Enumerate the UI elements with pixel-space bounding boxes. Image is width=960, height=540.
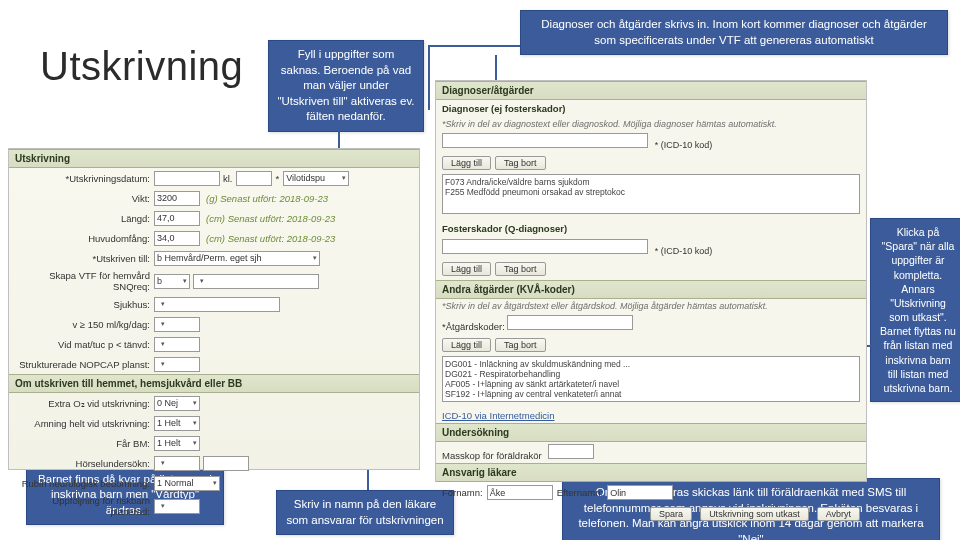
page-title: Utskrivning — [40, 44, 243, 89]
select-extra-o2[interactable]: 0 Nej — [154, 396, 200, 411]
lagg-till-btn-1[interactable]: Lägg till — [442, 156, 491, 170]
label-sjukhus: Sjukhus: — [15, 299, 154, 310]
andra-note: *Skriv in del av åtgärdstext eller åtgär… — [436, 299, 866, 313]
atgard-lbl: *Åtgärdskoder: — [442, 321, 505, 332]
diag-note: *Skriv in del av diagnostext eller diagn… — [436, 117, 866, 131]
label-vidmat: Vid mat/tuc p < tänvd: — [15, 339, 154, 350]
select-far-bm[interactable]: 1 Helt — [154, 436, 200, 451]
select-uppf[interactable] — [154, 499, 200, 514]
label-utsk-datum: *Utskrivningsdatum: — [15, 173, 154, 184]
lagg-till-btn-3[interactable]: Lägg till — [442, 338, 491, 352]
tag-bort-btn-1[interactable]: Tag bort — [495, 156, 546, 170]
select-skapa-vtf[interactable]: b — [154, 274, 190, 289]
input-diagnos[interactable] — [442, 133, 648, 148]
label-extra-o2: Extra O₂ vid utskrivning: — [15, 398, 154, 409]
icd10-link[interactable]: ICD-10 via Internetmedicin — [436, 408, 866, 423]
utskrivning-form-panel: Utskrivning *Utskrivningsdatum: kl. * Vi… — [8, 148, 420, 470]
select-utskriven[interactable]: b Hemvård/Perm. eget sjh — [154, 251, 320, 266]
avbryt-button[interactable]: Avbryt — [817, 507, 860, 521]
diag-ej-foster-header: Diagnoser (ej fosterskador) — [436, 100, 866, 117]
label-nopcap: Strukturerade NOPCAP planst: — [15, 359, 154, 370]
input-foster[interactable] — [442, 239, 648, 254]
note-vikt: (g) Senast utfört: 2018-09-23 — [206, 193, 328, 204]
input-horsel-date[interactable] — [203, 456, 249, 471]
efternamn-lbl: Efternamn: — [557, 487, 603, 498]
label-kl: kl. — [223, 173, 233, 184]
input-vikt[interactable]: 3200 — [154, 191, 200, 206]
label-rubin: Rubin neurologisk bedömning: — [15, 478, 154, 489]
fornamn-lbl: Förnamn: — [442, 487, 483, 498]
select-vidmat[interactable] — [154, 337, 200, 352]
input-utsk-time[interactable] — [236, 171, 272, 186]
utkast-button[interactable]: Utskrivning som utkast — [700, 507, 809, 521]
label-huvud: Huvudomfång: — [15, 233, 154, 244]
icd-kod-label-2: * (ICD-10 kod) — [655, 246, 713, 256]
right-header: Diagnoser/åtgärder — [436, 81, 866, 100]
dropdown-vilotid[interactable]: Vilotidspu — [283, 171, 349, 186]
icd-kod-label: * (ICD-10 kod) — [655, 140, 713, 150]
label-vikt: Vikt: — [15, 193, 154, 204]
select-inskr-orsak[interactable] — [193, 274, 319, 289]
input-fornamn[interactable]: Åke — [487, 485, 553, 500]
note-huvud: (cm) Senast utfört: 2018-09-23 — [206, 233, 335, 244]
left-sub-header: Om utskriven till hemmet, hemsjukvård el… — [9, 374, 419, 393]
tag-bort-btn-3[interactable]: Tag bort — [495, 338, 546, 352]
select-horsel[interactable] — [154, 456, 200, 471]
label-langd: Längd: — [15, 213, 154, 224]
callout-right-side: Klicka på "Spara" när alla uppgifter är … — [870, 218, 960, 402]
input-efternamn[interactable]: Olin — [607, 485, 673, 500]
input-utsk-datum[interactable] — [154, 171, 220, 186]
masskop-lbl: Masskop för föräldrakör — [442, 450, 542, 461]
label-amning: Amning helt vid utskrivning: — [15, 418, 154, 429]
callout-center: Fyll i uppgifter som saknas. Beroende på… — [268, 40, 424, 132]
input-huvud[interactable]: 34,0 — [154, 231, 200, 246]
label-uppf: Uppföljning för riskbarn planerad: — [15, 495, 154, 517]
tag-bort-btn-2[interactable]: Tag bort — [495, 262, 546, 276]
callout-top-right: Diagnoser och åtgärder skrivs in. Inom k… — [520, 10, 948, 55]
diagnoser-panel: Diagnoser/åtgärder Diagnoser (ej fosters… — [435, 80, 867, 482]
select-v150[interactable] — [154, 317, 200, 332]
label-skapa: Skapa VTF för hemvård SNQreq: — [15, 270, 154, 292]
select-masskop[interactable] — [548, 444, 594, 459]
select-sjukhus[interactable] — [154, 297, 280, 312]
label-v150: v ≥ 150 ml/kg/dag: — [15, 319, 154, 330]
diagnos-list-1[interactable]: F073 Andra/icke/väldre barns sjukdom F25… — [442, 174, 860, 214]
note-langd: (cm) Senast utfört: 2018-09-23 — [206, 213, 335, 224]
input-langd[interactable]: 47,0 — [154, 211, 200, 226]
label-utskriven: *Utskriven till: — [15, 253, 154, 264]
atgard-list[interactable]: DG001 - Inläckning av skuldmuskändning m… — [442, 356, 860, 402]
select-nopcap[interactable] — [154, 357, 200, 372]
lagg-till-btn-2[interactable]: Lägg till — [442, 262, 491, 276]
andra-atgarder-header: Andra åtgärder (KVÅ-koder) — [436, 280, 866, 299]
foster-header: Fosterskador (Q-diagnoser) — [436, 220, 866, 237]
select-amning[interactable]: 1 Helt — [154, 416, 200, 431]
spara-button[interactable]: Spara — [650, 507, 692, 521]
label-far-bm: Får BM: — [15, 438, 154, 449]
input-atgard[interactable] — [507, 315, 633, 330]
label-horsel: Hörselundersökn: — [15, 458, 154, 469]
undersokning-header: Undersökning — [436, 423, 866, 442]
select-rubin[interactable]: 1 Normal — [154, 476, 220, 491]
left-header: Utskrivning — [9, 149, 419, 168]
ansvarig-header: Ansvarig läkare — [436, 463, 866, 482]
